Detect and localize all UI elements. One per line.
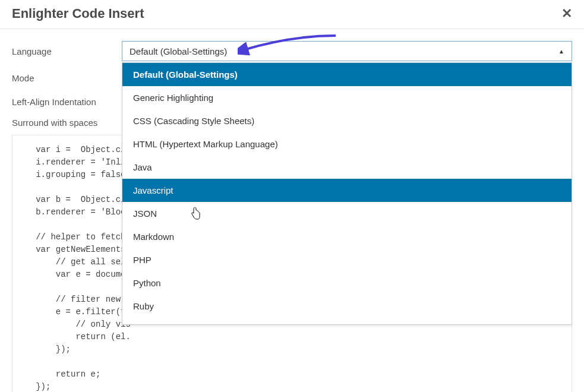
language-option[interactable]: Generic Highlighting	[122, 86, 572, 109]
language-option[interactable]: JSON	[122, 202, 572, 225]
chevron-down-icon: ▲	[558, 48, 564, 55]
language-option[interactable]: Markdown	[122, 225, 572, 248]
language-row: Language Default (Global-Settings) ▲	[12, 40, 572, 62]
language-option[interactable]: Default (Global-Settings)	[122, 63, 572, 86]
language-option[interactable]: CSS (Cascading Style Sheets)	[122, 109, 572, 132]
language-select[interactable]: Default (Global-Settings) ▲	[122, 41, 572, 61]
language-option[interactable]: Ruby	[122, 295, 572, 318]
enlighter-modal: Enlighter Code Insert ✕ Language Default…	[0, 0, 584, 392]
modal-title: Enlighter Code Insert	[12, 6, 144, 21]
language-dropdown[interactable]: Default (Global-Settings)Generic Highlig…	[122, 62, 572, 325]
left-align-label: Left-Align Indentation	[12, 97, 122, 107]
mode-label: Mode	[12, 73, 122, 83]
language-label: Language	[12, 46, 122, 56]
language-option[interactable]: Python	[122, 271, 572, 295]
language-option[interactable]: Java	[122, 156, 572, 179]
language-option[interactable]: Javascript	[122, 179, 572, 202]
language-select-value: Default (Global-Settings)	[130, 46, 227, 56]
language-option[interactable]: Shell Script	[122, 318, 572, 325]
code-content: var i = Object.cl i.renderer = 'Inli i.g…	[21, 145, 131, 391]
language-option[interactable]: PHP	[122, 248, 572, 271]
modal-body: Language Default (Global-Settings) ▲ Mod…	[0, 29, 584, 392]
close-icon[interactable]: ✕	[561, 6, 572, 21]
modal-header: Enlighter Code Insert ✕	[0, 0, 584, 29]
language-option[interactable]: HTML (Hypertext Markup Language)	[122, 132, 572, 156]
surround-label: Surround with spaces	[12, 118, 122, 128]
